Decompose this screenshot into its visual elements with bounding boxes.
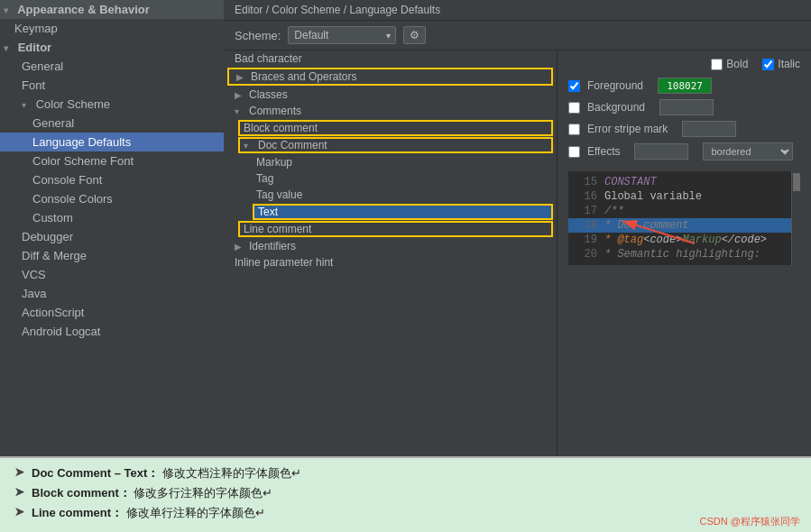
tree-item-doc-comment[interactable]: ▾ Doc Comment [238, 137, 553, 153]
annotation-text-2: Block comment： 修改多行注释的字体颜色↵ [32, 485, 272, 501]
sidebar-item-general[interactable]: General [0, 57, 224, 76]
sidebar-item-java[interactable]: Java [0, 284, 224, 303]
foreground-row: Foreground 108027 [568, 78, 800, 94]
italic-checkbox[interactable] [762, 59, 774, 70]
sidebar-item-console-colors[interactable]: Console Colors [0, 189, 224, 208]
sidebar-item-actionscript[interactable]: ActionScript [0, 303, 224, 322]
tree-item-braces[interactable]: ▶ Braces and Operators [227, 68, 553, 86]
sidebar-item-font[interactable]: Font [0, 76, 224, 95]
arrow-icon-2: ➤ [14, 485, 24, 499]
annotation-item-3: ➤ Line comment： 修改单行注释的字体颜色↵ [14, 505, 797, 521]
tree-item-classes[interactable]: ▶ Classes [224, 87, 557, 103]
bold-italic-row: Bold Italic [568, 58, 800, 70]
foreground-label: Foreground [587, 79, 643, 92]
scrollbar-thumb[interactable] [793, 173, 800, 191]
tree-item-block-comment[interactable]: Block comment [238, 120, 553, 136]
effects-checkbox[interactable] [568, 146, 580, 158]
tree-item-text[interactable]: Text [253, 204, 553, 220]
tree-panel: Bad character ▶ Braces and Operators ▶ C… [224, 50, 558, 456]
effects-row: Effects bordered underline bold underlin… [568, 142, 800, 161]
scheme-select-wrap: Default [288, 26, 396, 44]
foreground-checkbox[interactable] [568, 80, 580, 92]
effects-dropdown[interactable]: bordered underline bold underline [703, 142, 793, 161]
chevron-right-icon: ▶ [236, 72, 247, 82]
annotation-text-3: Line comment： 修改单行注释的字体颜色↵ [32, 505, 265, 521]
error-stripe-label: Error stripe mark [587, 123, 668, 135]
csdn-watermark: CSDN @程序猿张同学 [700, 515, 800, 528]
properties-panel: Bold Italic Foreground 108027 Background [558, 50, 811, 456]
error-stripe-row: Error stripe mark [568, 121, 800, 137]
effects-dropdown-wrap: bordered underline bold underline [696, 142, 793, 161]
scheme-label: Scheme: [235, 29, 281, 42]
annotation-item-2: ➤ Block comment： 修改多行注释的字体颜色↵ [14, 485, 797, 501]
preview-line-19: 19 * @tag <code>Markup</code> [568, 233, 800, 247]
chevron-down-icon: ▾ [235, 106, 245, 116]
sidebar-item-appearance[interactable]: ▾ Appearance & Behavior [0, 0, 224, 19]
tree-item-identifiers[interactable]: ▶ Identifiers [224, 238, 557, 254]
italic-label: Italic [762, 58, 800, 70]
gear-button[interactable]: ⚙ [403, 26, 426, 44]
chevron-down-icon: ▾ [22, 100, 32, 110]
tree-item-bad-char[interactable]: Bad character [224, 50, 557, 67]
sidebar-item-colorscheme[interactable]: ▾ Color Scheme [0, 95, 224, 114]
annotation-area: ➤ Doc Comment – Text： 修改文档注释的字体颜色↵ ➤ Blo… [0, 456, 811, 532]
tree-item-markup[interactable]: Markup [224, 154, 557, 170]
sidebar-item-android-logcat[interactable]: Android Logcat [0, 322, 224, 341]
sidebar-item-cs-font[interactable]: Color Scheme Font [0, 151, 224, 170]
effects-label: Effects [587, 145, 620, 158]
chevron-down-icon: ▾ [4, 5, 14, 15]
error-stripe-swatch[interactable] [682, 121, 736, 137]
bold-label: Bold [711, 58, 748, 70]
tree-item-inline-param[interactable]: Inline parameter hint [224, 254, 557, 271]
effects-swatch[interactable] [634, 143, 688, 160]
props-and-preview: Bad character ▶ Braces and Operators ▶ C… [224, 50, 811, 456]
tree-item-tag[interactable]: Tag [224, 170, 557, 187]
breadcrumb: Editor / Color Scheme / Language Default… [224, 0, 811, 21]
sidebar-item-diff-merge[interactable]: Diff & Merge [0, 246, 224, 265]
sidebar-item-console-font[interactable]: Console Font [0, 170, 224, 189]
chevron-down-icon: ▾ [244, 141, 254, 151]
preview-line-20: 20 * Semantic highlighting: [568, 247, 800, 261]
background-color-swatch[interactable] [659, 99, 714, 115]
chevron-right-icon: ▶ [235, 90, 245, 100]
right-panel: Editor / Color Scheme / Language Default… [224, 0, 811, 456]
sidebar-item-cs-general[interactable]: General [0, 114, 224, 133]
arrow-icon-1: ➤ [14, 465, 24, 479]
sidebar-item-lang-defaults[interactable]: Language Defaults [0, 133, 224, 151]
tree-item-comments[interactable]: ▾ Comments [224, 103, 557, 119]
arrow-icon-3: ➤ [14, 505, 24, 518]
sidebar-item-keymap[interactable]: Keymap [0, 19, 224, 38]
annotation-text-1: Doc Comment – Text： 修改文档注释的字体颜色↵ [32, 465, 301, 482]
preview-line-17: 17 /** [568, 204, 800, 218]
preview-line-18: 18 * Doc comment [568, 218, 800, 233]
chevron-right-icon: ▶ [235, 242, 245, 252]
main-container: ▾ Appearance & Behavior Keymap ▾ Editor … [0, 0, 811, 456]
sidebar-item-debugger[interactable]: Debugger [0, 227, 224, 246]
sidebar-item-editor[interactable]: ▾ Editor [0, 38, 224, 57]
tree-item-line-comment[interactable]: Line comment [238, 221, 553, 237]
background-row: Background [568, 99, 800, 115]
chevron-down-icon: ▾ [4, 43, 14, 53]
bold-checkbox[interactable] [711, 59, 723, 70]
error-stripe-checkbox[interactable] [568, 124, 580, 135]
sidebar: ▾ Appearance & Behavior Keymap ▾ Editor … [0, 0, 224, 456]
sidebar-item-vcs[interactable]: VCS [0, 265, 224, 284]
preview-line-16: 16 Global variable [568, 189, 800, 204]
scheme-select[interactable]: Default [288, 26, 396, 44]
scheme-bar: Scheme: Default ⚙ [224, 21, 811, 50]
scrollbar[interactable] [791, 171, 800, 265]
annotation-item-1: ➤ Doc Comment – Text： 修改文档注释的字体颜色↵ [14, 465, 797, 482]
sidebar-item-custom[interactable]: Custom [0, 208, 224, 227]
tree-item-tag-value[interactable]: Tag value [224, 187, 557, 203]
preview-line-15: 15 CONSTANT [568, 175, 800, 189]
foreground-color-swatch[interactable]: 108027 [658, 78, 712, 94]
background-checkbox[interactable] [568, 102, 580, 114]
background-label: Background [587, 101, 645, 114]
